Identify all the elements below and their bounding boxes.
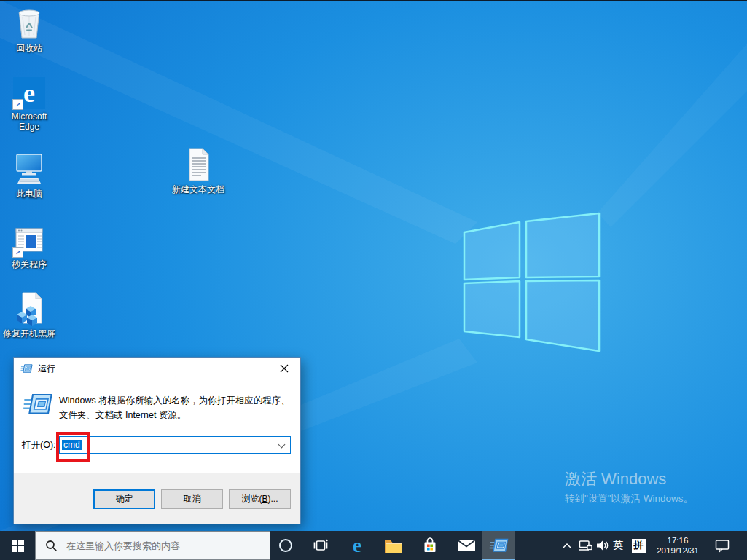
desktop-icon-new-text-document[interactable]: 新建文本文档 xyxy=(169,146,227,194)
cancel-button[interactable]: 取消 xyxy=(161,489,223,509)
open-input-combobox[interactable]: cmd xyxy=(59,436,291,454)
run-dialog-footer: 确定 取消 浏览(B)... xyxy=(14,473,300,524)
shortcut-arrow-icon: ↗ xyxy=(12,99,23,110)
tray-date: 2019/12/31 xyxy=(657,545,699,556)
open-label: 打开(O): xyxy=(22,439,56,451)
tray-time: 17:16 xyxy=(668,535,689,545)
message-line2: 文件夹、文档或 Internet 资源。 xyxy=(59,408,290,422)
desktop-icon-label: 修复开机黑屏 xyxy=(2,328,56,339)
run-dialog-body: Windows 将根据你所输入的名称，为你打开相应的程序、 文件夹、文档或 In… xyxy=(14,379,300,473)
mail-icon xyxy=(457,538,476,553)
ok-button[interactable]: 确定 xyxy=(93,489,155,509)
run-dialog-message: Windows 将根据你所输入的名称，为你打开相应的程序、 文件夹、文档或 In… xyxy=(59,393,290,422)
tray-clock[interactable]: 17:16 2019/12/31 xyxy=(652,531,704,560)
close-button[interactable] xyxy=(267,358,300,379)
store-icon xyxy=(421,536,439,555)
start-button[interactable] xyxy=(0,531,35,560)
screen-top-edge xyxy=(0,0,747,1)
search-icon xyxy=(45,540,58,552)
run-icon xyxy=(489,537,509,554)
cortana-button[interactable] xyxy=(270,531,301,560)
recycle-bin-icon xyxy=(13,6,45,41)
desktop-icon-label: 此电脑 xyxy=(2,189,56,199)
desktop-icon-fix-boot-black-screen[interactable]: 修复开机黑屏 xyxy=(0,290,58,339)
annotation-red-box xyxy=(56,432,90,462)
taskbar-run-dialog-button-active[interactable] xyxy=(482,531,515,560)
desktop-icon-label: Microsoft Edge xyxy=(2,111,56,132)
tray-show-hidden-icons-button[interactable] xyxy=(558,531,576,560)
taskbar: e xyxy=(0,531,747,560)
combo-dropdown-icon[interactable] xyxy=(279,442,284,447)
file-explorer-icon xyxy=(384,537,403,553)
tray-volume-button[interactable] xyxy=(593,531,611,560)
tray-ime-mode[interactable]: 拼 xyxy=(628,531,649,560)
mail-button[interactable] xyxy=(450,531,482,560)
task-view-button[interactable] xyxy=(305,531,337,560)
run-dialog-window: 运行 Windows 将根据你所输入的名称，为你打开相应的程序、 文件夹、文档或… xyxy=(13,357,301,524)
desktop-icon-this-pc[interactable]: 此电脑 xyxy=(0,150,58,199)
activation-line1: 激活 Windows xyxy=(565,470,693,489)
run-dialog-titlebar[interactable]: 运行 xyxy=(14,358,300,379)
tray-ime-language[interactable]: 英 xyxy=(610,531,626,560)
cortana-icon xyxy=(278,538,293,553)
message-line1: Windows 将根据你所输入的名称，为你打开相应的程序、 xyxy=(59,393,290,408)
desktop-icon-recycle-bin[interactable]: 回收站 xyxy=(0,4,58,53)
action-center-icon xyxy=(715,539,730,553)
browse-button[interactable]: 浏览(B)... xyxy=(229,489,291,509)
taskbar-edge-button[interactable]: e xyxy=(341,531,373,560)
run-icon-large xyxy=(23,392,53,420)
desktop-icon-label: 秒关程序 xyxy=(2,259,56,269)
close-icon xyxy=(280,364,289,373)
task-view-icon xyxy=(312,537,329,554)
windows-start-icon xyxy=(12,540,24,552)
chevron-up-icon xyxy=(562,543,572,549)
registry-file-icon xyxy=(12,291,46,326)
taskbar-search-box[interactable] xyxy=(35,531,270,560)
windows-logo xyxy=(464,213,599,351)
desktop-icon-label: 新建文本文档 xyxy=(171,184,225,194)
activation-watermark: 激活 Windows 转到"设置"以激活 Windows。 xyxy=(565,470,693,505)
desktop-icon-seconds-close-app[interactable]: ↗ 秒关程序 xyxy=(0,221,58,269)
activation-line2: 转到"设置"以激活 Windows。 xyxy=(565,492,693,505)
store-button[interactable] xyxy=(414,531,446,560)
this-pc-icon xyxy=(12,151,47,186)
desktop-icon-label: 回收站 xyxy=(2,43,56,53)
speaker-icon xyxy=(595,540,609,551)
edge-icon: e xyxy=(353,535,361,557)
text-file-icon xyxy=(184,147,213,182)
action-center-button[interactable] xyxy=(707,531,738,560)
tray-network-button[interactable] xyxy=(576,531,594,560)
file-explorer-button[interactable] xyxy=(378,531,410,560)
ime-mode-badge: 拼 xyxy=(632,539,646,553)
shortcut-arrow-icon: ↗ xyxy=(12,247,23,258)
windows-desktop-screen: 回收站 e ↗ Microsoft Edge 此电脑 xyxy=(0,0,747,560)
dialog-title: 运行 xyxy=(38,363,55,375)
desktop-icon-microsoft-edge[interactable]: e ↗ Microsoft Edge xyxy=(0,73,58,132)
network-icon xyxy=(578,540,592,552)
search-input[interactable] xyxy=(65,540,257,552)
run-icon xyxy=(20,363,33,374)
